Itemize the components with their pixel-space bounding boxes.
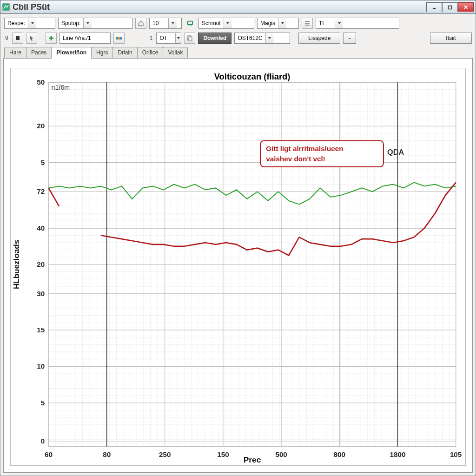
line-label: Line /Vra:/1: [60, 35, 94, 41]
svg-text:40: 40: [37, 224, 45, 232]
magis-combo[interactable]: Magis: [257, 18, 299, 29]
svg-text:72: 72: [37, 187, 45, 195]
chart-frame: 5020572402030151050608025015050080018001…: [10, 68, 466, 466]
svg-rect-9: [120, 37, 122, 40]
toolbar-2: 9 Line /Vra:/1 1 OT Downled OST612C Liss…: [3, 31, 473, 46]
svg-text:150: 150: [217, 450, 229, 458]
magis-label: Magis: [258, 20, 278, 26]
stop-icon[interactable]: [12, 33, 23, 44]
num9-label: 9: [4, 35, 9, 41]
list-icon[interactable]: [302, 18, 313, 29]
tab-orifice[interactable]: Orifice: [137, 47, 164, 58]
svg-rect-3: [188, 21, 193, 25]
downled-button[interactable]: Downled: [198, 33, 231, 44]
num10-combo[interactable]: 10: [149, 18, 182, 29]
svg-text:Volticouzan (fliard): Volticouzan (fliard): [214, 72, 291, 81]
svg-text:20: 20: [37, 122, 45, 130]
svg-text:vaishev don't vcl!: vaishev don't vcl!: [266, 155, 325, 163]
itsiit-label: Itsiit: [446, 35, 456, 41]
svg-text:0: 0: [41, 437, 45, 445]
num10-value: 10: [150, 20, 168, 26]
chart-panel: 5020572402030151050608025015050080018001…: [3, 59, 473, 473]
ti-combo[interactable]: TI: [316, 18, 399, 29]
svg-text:Gitt ligt alrritmalslueen: Gitt ligt alrritmalslueen: [266, 145, 343, 152]
svg-text:20: 20: [37, 260, 45, 268]
schmot-label: Schmot: [199, 20, 224, 26]
tab-label: Orifice: [142, 49, 159, 56]
svg-text:50: 50: [37, 78, 45, 86]
ost-label: OST612C: [235, 35, 265, 41]
window-title: Cbil PSüt: [13, 2, 426, 12]
minimize-button[interactable]: [426, 2, 442, 12]
tab-hare[interactable]: Hare: [4, 47, 26, 58]
ot-combo[interactable]: OT: [156, 33, 181, 44]
tab-label: Ploweriñon: [56, 49, 86, 56]
ot-label: OT: [157, 35, 175, 41]
svg-text:30: 30: [37, 290, 45, 298]
dash-button[interactable]: -: [343, 33, 356, 44]
itsiit-button[interactable]: Itsiit: [430, 33, 472, 44]
svg-text:1800: 1800: [390, 450, 405, 458]
copy-icon[interactable]: [184, 33, 195, 44]
sputop-combo[interactable]: Sputop:: [58, 18, 132, 29]
lisspede-button[interactable]: Lisspede: [298, 33, 340, 44]
svg-text:500: 500: [275, 450, 287, 458]
svg-rect-11: [189, 37, 192, 41]
window-buttons: ✕: [426, 2, 474, 12]
tab-label: Hgrs: [96, 49, 108, 56]
chevron-down-icon: [335, 18, 343, 28]
svg-text:60: 60: [45, 450, 53, 458]
downled-label: Downled: [203, 35, 226, 41]
title-bar: Cbil PSüt ✕: [0, 0, 476, 14]
svg-rect-7: [116, 37, 118, 40]
svg-rect-8: [118, 37, 120, 40]
tab-label: Paces: [31, 49, 46, 56]
svg-text:Prec: Prec: [244, 455, 261, 464]
palette-icon[interactable]: [113, 33, 125, 44]
svg-text:15: 15: [37, 326, 45, 334]
svg-text:QDA: QDA: [387, 148, 404, 156]
chevron-down-icon: [168, 18, 177, 28]
pointer-icon[interactable]: [26, 33, 37, 44]
close-button[interactable]: ✕: [458, 2, 474, 12]
chart-svg[interactable]: 5020572402030151050608025015050080018001…: [11, 68, 465, 465]
tab-voliak[interactable]: Voliak: [163, 47, 188, 58]
svg-text:10: 10: [37, 363, 45, 370]
ost-combo[interactable]: OST612C: [234, 33, 290, 44]
respe-label: Respe:: [5, 20, 28, 26]
tab-label: Driain: [118, 49, 132, 56]
svg-text:5: 5: [41, 399, 45, 407]
svg-point-5: [191, 24, 192, 25]
svg-text:80: 80: [103, 450, 111, 458]
tab-label: Voliak: [168, 49, 183, 56]
plus-icon[interactable]: [46, 33, 57, 44]
chevron-down-icon: [28, 18, 36, 28]
svg-text:5: 5: [41, 159, 45, 166]
chevron-down-icon: [175, 33, 181, 43]
chevron-down-icon: [278, 18, 286, 28]
maximize-button[interactable]: [442, 2, 458, 12]
svg-point-4: [188, 24, 189, 25]
home-icon[interactable]: [135, 18, 146, 29]
bus-icon[interactable]: [185, 18, 196, 29]
line-combo[interactable]: Line /Vra:/1: [60, 33, 111, 44]
tab-plowerinon[interactable]: Ploweriñon: [51, 47, 92, 59]
sputop-label: Sputop:: [59, 20, 83, 26]
svg-rect-6: [16, 36, 20, 40]
tab-paces[interactable]: Paces: [26, 47, 52, 58]
schmot-combo[interactable]: Schmot: [198, 18, 254, 29]
respe-combo[interactable]: Respe:: [4, 18, 55, 29]
lisspede-label: Lisspede: [308, 35, 331, 41]
svg-rect-0: [3, 4, 9, 10]
chevron-down-icon: [83, 18, 92, 28]
toolbar-1: Respe: Sputop: 10 Schmot Magis TI: [3, 16, 473, 31]
spacer: [127, 33, 146, 44]
tab-hgrs[interactable]: Hgrs: [91, 47, 113, 58]
tab-label: Hare: [9, 49, 21, 56]
chevron-down-icon: [224, 18, 232, 28]
tab-driain[interactable]: Driain: [112, 47, 137, 58]
ti-label: TI: [316, 20, 335, 26]
app-body: Respe: Sputop: 10 Schmot Magis TI 9: [0, 14, 476, 476]
chevron-down-icon: [265, 33, 274, 43]
num1-label: 1: [149, 35, 154, 41]
